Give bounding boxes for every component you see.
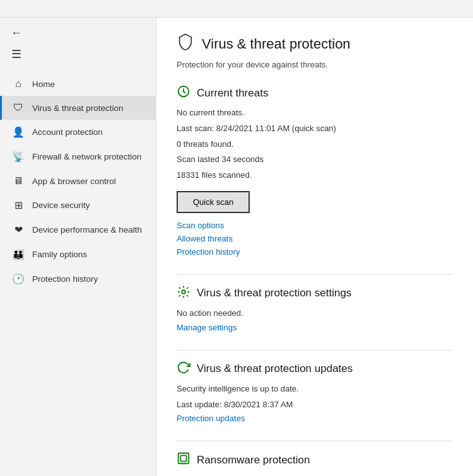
virus-settings-section-icon (177, 285, 190, 302)
virus-updates-section-icon (177, 361, 190, 378)
svg-rect-3 (180, 456, 186, 461)
ransomware-section-icon (177, 451, 190, 468)
sidebar-item-family[interactable]: 👪Family options (0, 242, 156, 267)
link-current-threats-2[interactable]: Protection history (177, 247, 453, 257)
menu-button[interactable]: ☰ (6, 44, 26, 64)
sidebar-item-label-account: Account protection (32, 127, 103, 137)
sidebar-item-device-security[interactable]: ⊞Device security (0, 193, 156, 218)
section-title-virus-updates: Virus & threat protection updates (197, 363, 353, 375)
sidebar-item-virus[interactable]: 🛡Virus & threat protection (0, 96, 156, 120)
link-current-threats-1[interactable]: Allowed threats (177, 234, 453, 243)
link-current-threats-0[interactable]: Scan options (177, 221, 453, 230)
section-info-ransomware-0: No action needed. (177, 473, 453, 476)
sidebar-item-label-virus: Virus & threat protection (32, 103, 124, 113)
sidebar-item-label-history: Protection history (32, 274, 98, 284)
section-virus-updates: Virus & threat protection updatesSecurit… (177, 361, 453, 424)
section-title-virus-settings: Virus & threat protection settings (197, 287, 351, 299)
current-threats-section-icon (177, 84, 190, 102)
section-header-virus-updates: Virus & threat protection updates (177, 361, 453, 378)
page-subtitle: Protection for your device against threa… (177, 60, 453, 69)
sidebar-item-label-device-security: Device security (32, 200, 90, 210)
sidebar-item-home[interactable]: ⌂Home (0, 72, 156, 96)
svg-point-1 (182, 290, 185, 294)
section-header-current-threats: Current threats (177, 84, 453, 102)
sidebar-item-label-firewall: Firewall & network protection (32, 152, 141, 161)
main-content: Virus & threat protectionProtection for … (156, 18, 473, 476)
link-virus-updates-0[interactable]: Protection updates (177, 414, 453, 423)
account-icon: 👤 (12, 126, 25, 138)
svg-rect-2 (178, 453, 189, 464)
section-info-current-threats-2: 0 threats found. (177, 138, 453, 151)
section-info-virus-updates-0: Security intelligence is up to date. (177, 383, 453, 396)
section-info-current-threats-1: Last scan: 8/24/2021 11:01 AM (quick sca… (177, 122, 453, 136)
home-icon: ⌂ (12, 78, 25, 90)
sidebar-item-device-health[interactable]: ❤Device performance & health (0, 218, 156, 242)
section-info-current-threats-3: Scan lasted 34 seconds (177, 153, 453, 166)
title-bar (0, 0, 473, 18)
section-divider-1 (177, 350, 453, 351)
section-current-threats: Current threatsNo current threats.Last s… (177, 84, 453, 257)
link-virus-settings-0[interactable]: Manage settings (177, 323, 453, 332)
section-ransomware: Ransomware protectionNo action needed.Ma… (177, 451, 453, 476)
virus-icon: 🛡 (12, 102, 25, 113)
sidebar-item-label-family: Family options (32, 250, 87, 259)
sidebar-nav: ⌂Home🛡Virus & threat protection👤Account … (0, 72, 156, 291)
section-divider-0 (177, 274, 453, 275)
sidebar-item-label-home: Home (32, 79, 55, 89)
app-container: ← ☰ ⌂Home🛡Virus & threat protection👤Acco… (0, 18, 473, 476)
sidebar-item-label-device-health: Device performance & health (32, 225, 142, 235)
quick-scan-button[interactable]: Quick scan (177, 191, 250, 213)
section-header-ransomware: Ransomware protection (177, 451, 453, 468)
page-header: Virus & threat protection (177, 33, 453, 55)
section-header-virus-settings: Virus & threat protection settings (177, 285, 453, 302)
section-divider-2 (177, 441, 453, 441)
sidebar-item-app[interactable]: 🖥App & browser control (0, 169, 156, 193)
device-security-icon: ⊞ (12, 199, 25, 211)
section-title-current-threats: Current threats (197, 87, 268, 100)
sidebar-item-firewall[interactable]: 📡Firewall & network protection (0, 144, 156, 169)
section-virus-settings: Virus & threat protection settingsNo act… (177, 285, 453, 332)
sidebar-item-label-app: App & browser control (32, 177, 116, 186)
firewall-icon: 📡 (12, 151, 25, 163)
history-icon: 🕐 (12, 273, 25, 285)
page-title: Virus & threat protection (202, 36, 351, 52)
section-info-virus-updates-1: Last update: 8/30/2021 8:37 AM (177, 398, 453, 412)
sidebar-item-account[interactable]: 👤Account protection (0, 120, 156, 144)
section-info-current-threats-4: 18331 files scanned. (177, 169, 453, 182)
section-info-virus-settings-0: No action needed. (177, 307, 453, 320)
back-button[interactable]: ← (6, 23, 26, 43)
page-header-icon (177, 33, 194, 55)
device-health-icon: ❤ (12, 224, 25, 236)
app-icon: 🖥 (12, 175, 25, 187)
sidebar: ← ☰ ⌂Home🛡Virus & threat protection👤Acco… (0, 18, 156, 476)
sidebar-top: ← ☰ (0, 18, 156, 67)
section-info-current-threats-0: No current threats. (177, 107, 453, 120)
sidebar-item-history[interactable]: 🕐Protection history (0, 267, 156, 291)
family-icon: 👪 (12, 248, 25, 260)
section-title-ransomware: Ransomware protection (197, 454, 310, 467)
